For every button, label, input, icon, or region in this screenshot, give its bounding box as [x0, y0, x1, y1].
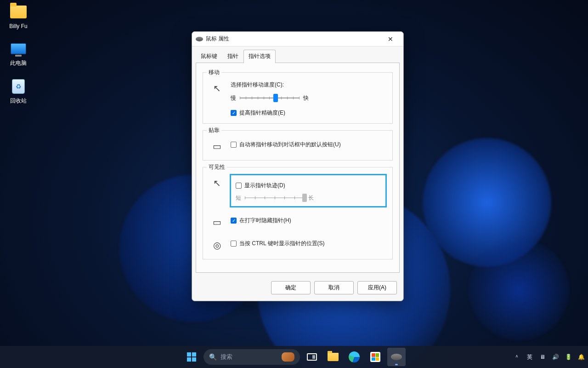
- group-snap: 贴靠 ▭ 自动将指针移动到对话框中的默认按钮(U): [203, 130, 393, 161]
- pointer-trails-icon: ↖: [209, 176, 224, 190]
- edge-button[interactable]: [345, 348, 363, 366]
- slider-thumb[interactable]: [273, 94, 278, 102]
- tab-pointer-options[interactable]: 指针选项: [243, 50, 276, 63]
- store-icon: [370, 352, 380, 362]
- close-button[interactable]: ✕: [381, 33, 400, 46]
- hide-typing-icon: ▭: [209, 215, 224, 230]
- ctrl-locate-icon: ◎: [209, 238, 224, 253]
- group-label: 可见性: [207, 163, 227, 171]
- checkbox-icon: [231, 142, 237, 148]
- volume-icon[interactable]: 🔊: [551, 353, 560, 361]
- taskbar-search[interactable]: 🔍 搜索: [204, 349, 300, 365]
- checkbox-label: 当按 CTRL 键时显示指针的位置(S): [239, 240, 325, 247]
- edge-icon: [349, 351, 360, 362]
- mouse-icon: [391, 354, 402, 360]
- checkbox-hide-while-typing[interactable]: 在打字时隐藏指针(H): [231, 217, 386, 224]
- checkbox-icon: [231, 241, 237, 247]
- search-icon: 🔍: [209, 353, 217, 361]
- close-icon: ✕: [388, 36, 393, 42]
- checkbox-enhance-precision[interactable]: 提高指针精确度(E): [231, 109, 386, 117]
- group-motion: 移动 ↖ 选择指针移动速度(C): 慢 快: [203, 72, 393, 124]
- ime-indicator[interactable]: 英: [526, 353, 534, 361]
- trail-length-slider: [245, 193, 305, 202]
- checkbox-ctrl-locate[interactable]: 当按 CTRL 键时显示指针的位置(S): [231, 240, 386, 247]
- notifications-button[interactable]: 🔔: [577, 353, 585, 361]
- group-label: 移动: [207, 69, 221, 76]
- battery-icon[interactable]: 🔋: [564, 353, 572, 361]
- start-button[interactable]: [182, 348, 201, 366]
- folder-icon: [328, 353, 339, 361]
- pointer-speed-icon: ↖: [209, 81, 224, 96]
- pointer-speed-slider[interactable]: [240, 93, 300, 103]
- desktop-icon-user-folder[interactable]: Billy Fu: [1, 3, 36, 29]
- checkbox-label: 自动将指针移动到对话框中的默认按钮(U): [239, 141, 341, 149]
- group-label: 贴靠: [207, 126, 221, 134]
- network-icon[interactable]: 🖥: [538, 353, 547, 361]
- tab-panel-pointer-options: 移动 ↖ 选择指针移动速度(C): 慢 快: [196, 63, 400, 273]
- slider-max-label: 长: [308, 194, 314, 202]
- group-visibility: 可见性 ↖ 显示指针轨迹(D) 短: [203, 167, 393, 259]
- desktop: Billy Fu 此电脑 回收站 鼠标 属性 ✕ 鼠标键 指针 指针选项 移动 …: [0, 0, 588, 368]
- slider-min-label: 短: [236, 194, 241, 202]
- ms-store-button[interactable]: [366, 348, 384, 366]
- mouse-properties-dialog: 鼠标 属性 ✕ 鼠标键 指针 指针选项 移动 ↖ 选择指针移动速度(C): 慢: [192, 31, 404, 301]
- search-highlight-icon: [282, 352, 294, 362]
- checkbox-label: 提高指针精确度(E): [239, 109, 285, 117]
- desktop-icon-label: 回收站: [1, 98, 36, 104]
- folder-icon: [9, 3, 28, 21]
- ok-button[interactable]: 确定: [271, 281, 311, 294]
- slider-max-label: 快: [303, 94, 309, 102]
- file-explorer-button[interactable]: [324, 348, 342, 366]
- titlebar[interactable]: 鼠标 属性 ✕: [192, 32, 403, 46]
- tab-buttons[interactable]: 鼠标键: [196, 50, 222, 63]
- snap-to-icon: ▭: [209, 139, 224, 154]
- desktop-icon-label: 此电脑: [1, 60, 36, 66]
- highlight-pointer-trails: 显示指针轨迹(D) 短 长: [230, 174, 387, 207]
- task-view-button[interactable]: [303, 348, 321, 366]
- checkbox-icon: [231, 110, 237, 116]
- tab-strip: 鼠标键 指针 指针选项: [192, 46, 403, 63]
- checkbox-label: 在打字时隐藏指针(H): [239, 217, 291, 224]
- apply-button[interactable]: 应用(A): [357, 281, 397, 294]
- recycle-bin-icon: [9, 77, 28, 96]
- tab-pointers[interactable]: 指针: [222, 50, 243, 63]
- taskbar: 🔍 搜索 ＾ 英 🖥 🔊 🔋 🔔: [0, 346, 588, 368]
- pc-icon: [9, 40, 28, 58]
- checkbox-snap-to-default[interactable]: 自动将指针移动到对话框中的默认按钮(U): [231, 141, 386, 149]
- windows-logo-icon: [187, 352, 196, 362]
- slider-min-label: 慢: [231, 94, 236, 102]
- system-tray: ＾ 英 🖥 🔊 🔋 🔔: [513, 353, 585, 361]
- cancel-button[interactable]: 取消: [314, 281, 354, 294]
- dialog-button-row: 确定 取消 应用(A): [192, 276, 403, 301]
- checkbox-icon: [231, 218, 237, 224]
- pointer-speed-label: 选择指针移动速度(C):: [231, 81, 386, 89]
- desktop-icon-recycle-bin[interactable]: 回收站: [1, 77, 36, 104]
- desktop-icon-label: Billy Fu: [1, 23, 36, 29]
- task-view-icon: [307, 353, 317, 361]
- mouse-icon: [196, 37, 203, 41]
- window-title: 鼠标 属性: [206, 35, 229, 43]
- search-placeholder: 搜索: [220, 353, 278, 361]
- mouse-settings-taskbar-button[interactable]: [387, 348, 406, 366]
- checkbox-pointer-trails[interactable]: 显示指针轨迹(D): [236, 182, 381, 190]
- desktop-icon-this-pc[interactable]: 此电脑: [1, 40, 36, 66]
- slider-thumb: [302, 194, 307, 202]
- checkbox-icon: [236, 183, 242, 189]
- checkbox-label: 显示指针轨迹(D): [244, 182, 285, 190]
- tray-overflow-button[interactable]: ＾: [513, 353, 521, 361]
